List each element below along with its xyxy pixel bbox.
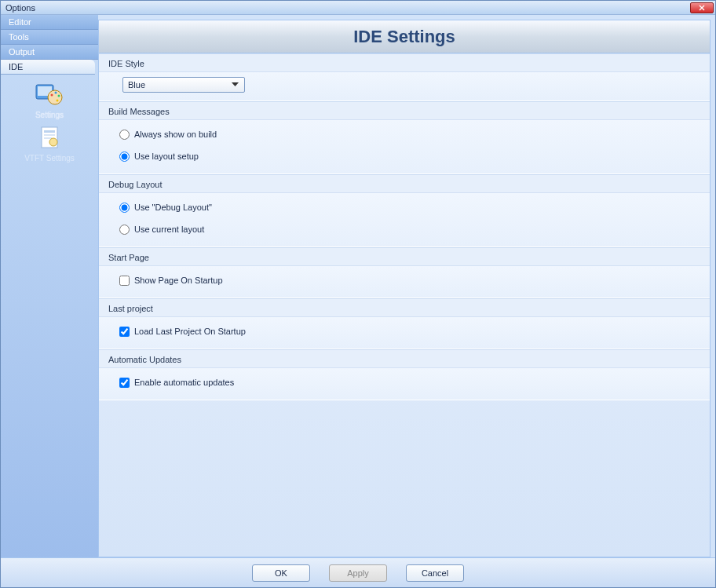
sidebar-item-label: Settings (14, 111, 85, 119)
sidebar-tab-ide[interactable]: IDE (1, 60, 95, 75)
ide-style-select[interactable]: Blue (122, 77, 245, 93)
radio-label: Always show on build (134, 130, 217, 139)
checkbox-label: Load Last Project On Startup (134, 327, 246, 336)
checkbox-auto-updates[interactable] (119, 378, 130, 388)
settings-palette-icon (34, 81, 65, 109)
svg-point-4 (55, 92, 57, 94)
apply-button[interactable]: Apply (329, 564, 387, 582)
ide-style-value: Blue (128, 80, 145, 89)
svg-point-11 (49, 138, 57, 146)
group-ide-style: IDE Style Blue (99, 53, 710, 101)
group-build-messages: Build Messages Always show on build Use … (99, 101, 710, 174)
main-panel: IDE Settings IDE Style Blue (98, 20, 711, 557)
radio-always-show[interactable] (119, 130, 130, 140)
close-button[interactable] (690, 2, 714, 13)
group-title: Debug Layout (99, 175, 710, 193)
main-header: IDE Settings (99, 20, 710, 53)
radio-label: Use "Debug Layout" (134, 203, 212, 212)
sidebar-icon-list: Settings VTFT Settings (1, 75, 98, 163)
radio-label: Use current layout (134, 225, 204, 234)
main-content: IDE Style Blue Build Messages (99, 53, 710, 557)
footer: OK Apply Cancel (1, 557, 715, 587)
options-window: Options Editor Tools Output IDE (0, 0, 716, 588)
svg-rect-8 (44, 130, 55, 133)
checkbox-label: Show Page On Startup (134, 276, 223, 285)
checkbox-label: Enable automatic updates (134, 378, 234, 387)
svg-rect-10 (44, 137, 52, 139)
sidebar-tab-editor[interactable]: Editor (1, 15, 98, 30)
group-title: Last project (99, 299, 710, 317)
ok-button[interactable]: OK (252, 564, 310, 582)
radio-label: Use layout setup (134, 152, 199, 161)
checkbox-load-last-project[interactable] (119, 327, 130, 337)
group-auto-updates: Automatic Updates Enable automatic updat… (99, 349, 710, 400)
sidebar: Editor Tools Output IDE (1, 15, 98, 557)
radio-use-current-layout[interactable] (119, 225, 130, 235)
window-title: Options (5, 3, 35, 13)
radio-use-debug-layout[interactable] (119, 203, 130, 213)
sidebar-tab-tools[interactable]: Tools (1, 30, 98, 45)
group-debug-layout: Debug Layout Use "Debug Layout" Use curr… (99, 174, 710, 247)
sidebar-item-vtft[interactable]: VTFT Settings (14, 124, 85, 163)
page-title: IDE Settings (353, 27, 455, 47)
chevron-down-icon (228, 79, 241, 91)
group-title: Build Messages (99, 102, 710, 120)
svg-point-6 (57, 100, 59, 102)
svg-point-5 (58, 95, 60, 97)
svg-rect-9 (44, 134, 55, 136)
close-icon (699, 5, 705, 11)
document-icon (34, 124, 65, 152)
titlebar: Options (1, 1, 715, 15)
svg-point-3 (51, 94, 53, 97)
group-title: Start Page (99, 248, 710, 266)
group-start-page: Start Page Show Page On Startup (99, 247, 710, 298)
group-last-project: Last project Load Last Project On Startu… (99, 298, 710, 349)
group-title: Automatic Updates (99, 350, 710, 368)
cancel-button[interactable]: Cancel (406, 564, 464, 582)
sidebar-item-settings[interactable]: Settings (14, 81, 85, 119)
sidebar-item-label: VTFT Settings (14, 154, 85, 163)
checkbox-show-start-page[interactable] (119, 276, 130, 286)
radio-use-layout-setup[interactable] (119, 152, 130, 162)
sidebar-tab-output[interactable]: Output (1, 45, 98, 60)
group-title: IDE Style (99, 54, 710, 72)
